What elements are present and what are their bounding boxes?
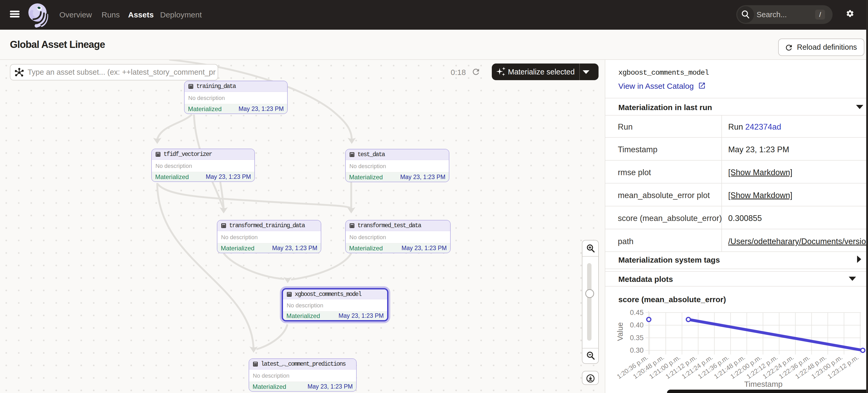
svg-text:0.30: 0.30 — [630, 347, 644, 354]
svg-text:Value: Value — [616, 322, 624, 341]
svg-text:0.35: 0.35 — [630, 334, 644, 342]
svg-text:Timestamp: Timestamp — [744, 380, 782, 388]
svg-text:0.40: 0.40 — [630, 321, 644, 329]
svg-text:0.45: 0.45 — [630, 309, 644, 317]
